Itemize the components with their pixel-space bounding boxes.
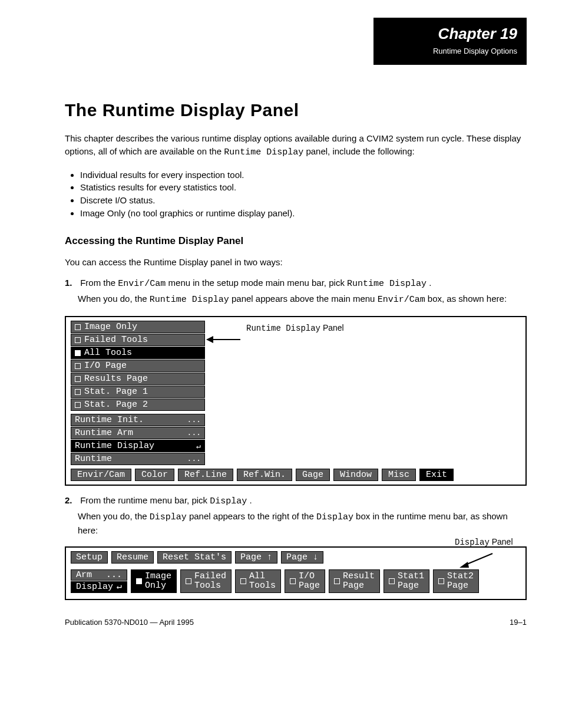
menu-item-io-page[interactable]: I/O Page (71, 360, 205, 372)
checkbox-icon (75, 324, 81, 330)
btn-resume[interactable]: Resume (111, 551, 154, 564)
opt-result-page[interactable]: ResultPage (329, 569, 380, 594)
btn-reset-stats[interactable]: Reset Stat's (157, 551, 232, 564)
checkbox-icon (290, 578, 296, 584)
opt-line2: Page (398, 581, 424, 591)
opt-image-only[interactable]: ImageOnly (131, 569, 177, 594)
menu-label: I/O Page (84, 361, 127, 371)
menu-label: Runtime Display (75, 441, 154, 451)
btn-arm[interactable]: Arm... (71, 569, 127, 581)
menu-label: Runtime Init. (75, 415, 144, 425)
menu-label: Stat. Page 2 (84, 400, 148, 410)
menu-ref-line[interactable]: Ref.Line (178, 469, 233, 481)
bullet-list: Individual results for every inspection … (71, 169, 527, 220)
chapter-number: Chapter (438, 25, 500, 42)
opt-line2: Page (447, 581, 474, 591)
opt-line2: Page (299, 581, 320, 591)
checkbox-icon (75, 363, 81, 369)
ellipsis-icon: ... (187, 454, 201, 463)
menu-gage[interactable]: Gage (296, 469, 330, 481)
screenshot-runtime-menu: Setup Resume Reset Stat's Page ↑ Page ↓ … (65, 546, 527, 601)
ellipsis-icon: ... (187, 429, 201, 437)
bullet-item: Image Only (no tool graphics or runtime … (80, 207, 527, 220)
svg-line-2 (464, 554, 492, 565)
opt-stat1-page[interactable]: Stat1Page (384, 569, 429, 594)
checkbox-icon (334, 578, 340, 584)
checkbox-icon (75, 376, 81, 382)
opt-line1: All (249, 572, 276, 581)
btn-display[interactable]: Display↵ (71, 581, 127, 593)
step-kbd: Display (150, 512, 187, 522)
btn-page-down[interactable]: Page ↓ (281, 551, 323, 564)
btn-setup[interactable]: Setup (71, 551, 108, 564)
menu-item-runtime-arm[interactable]: Runtime Arm... (71, 427, 205, 439)
menu-label: Stat. Page 1 (84, 387, 148, 397)
step-text: From the runtime menu bar, pick (80, 495, 210, 505)
opt-line2: Tools (194, 581, 226, 591)
menu-item-results-page[interactable]: Results Page (71, 373, 205, 385)
menu-item-stat-page-1[interactable]: Stat. Page 1 (71, 386, 205, 398)
menu-ref-win[interactable]: Ref.Win. (237, 469, 292, 481)
step-text: menu in the setup mode main menu bar, pi… (168, 278, 348, 288)
ellipsis-icon: ... (106, 571, 122, 580)
menu-item-runtime-init[interactable]: Runtime Init.... (71, 414, 205, 426)
runtime-display-panel: Arm... Display↵ ImageOnly FailedTools Al… (71, 569, 521, 594)
menu-window[interactable]: Window (333, 469, 378, 481)
step-kbd: Display (210, 496, 247, 506)
callout-kbd: Display (455, 538, 490, 547)
arrow-icon (206, 334, 242, 345)
menu-item-all-tools[interactable]: All Tools (71, 347, 205, 359)
menu-color[interactable]: Color (135, 469, 174, 481)
access-intro: You can access the Runtime Display panel… (65, 256, 527, 269)
menu-misc[interactable]: Misc (382, 469, 416, 481)
step-kbd: Runtime Display (347, 279, 427, 289)
opt-line1: I/O (299, 572, 320, 581)
menu-label: Image Only (84, 322, 137, 332)
opt-line1: Stat2 (447, 572, 474, 581)
opt-io-page[interactable]: I/OPage (285, 569, 325, 594)
menu-label: Runtime (75, 454, 112, 464)
chapter-title: Runtime Display Options (383, 47, 517, 55)
step-number: 1. (65, 278, 78, 288)
bullet-item: Individual results for every inspection … (80, 169, 527, 182)
opt-line2: Page (343, 581, 375, 591)
checkbox-icon (75, 337, 81, 343)
menu-envir-cam[interactable]: Envir/Cam (71, 469, 131, 481)
screenshot-setup-menu: Image Only Failed Tools All Tools I/O Pa… (65, 316, 527, 486)
svg-marker-1 (206, 336, 213, 343)
return-icon: ↵ (196, 442, 201, 451)
step-number: 2. (65, 495, 78, 505)
menu-exit[interactable]: Exit (419, 469, 454, 481)
menu-item-runtime-display[interactable]: Runtime Display↵ (71, 440, 205, 452)
step-1: 1. From the Envir/Cam menu in the setup … (65, 278, 527, 307)
opt-line1: Image (145, 572, 171, 581)
btn-page-up[interactable]: Page ↑ (235, 551, 277, 564)
step-text: panel appears above the main menu (232, 294, 378, 304)
checkbox-icon (136, 578, 142, 584)
menu-item-runtime[interactable]: Runtime... (71, 453, 205, 465)
step-text: panel appears to the right of the (189, 511, 316, 521)
opt-all-tools[interactable]: AllTools (235, 569, 281, 594)
menu-item-failed-tools[interactable]: Failed Tools (71, 334, 205, 346)
callout-label: Runtime Display Panel (246, 323, 344, 333)
opt-failed-tools[interactable]: FailedTools (180, 569, 232, 594)
footer-left: Publication 5370-ND010 — April 1995 (65, 618, 194, 627)
step-text: When you do, the (78, 294, 150, 304)
step-text: . (249, 495, 252, 505)
runtime-display-popup: Image Only Failed Tools All Tools I/O Pa… (71, 321, 205, 465)
step-indent: When you do, the Runtime Display panel a… (78, 292, 527, 307)
menu-label: Results Page (84, 374, 148, 384)
step-kbd: Envir/Cam (378, 295, 425, 305)
intro-kbd: Runtime Display (224, 147, 303, 157)
step-text: box, as shown here: (428, 294, 507, 304)
checkbox-icon (186, 578, 191, 584)
page-footer: Publication 5370-ND010 — April 1995 19–1 (65, 618, 527, 627)
callout-kbd: Runtime Display (246, 324, 320, 333)
ellipsis-icon: ... (187, 416, 201, 424)
opt-stat2-page[interactable]: Stat2Page (433, 569, 479, 594)
footer-right: 19–1 (510, 618, 527, 627)
step-indent: When you do, the Display panel appears t… (78, 510, 527, 537)
menu-item-stat-page-2[interactable]: Stat. Page 2 (71, 398, 205, 411)
step-kbd: Display (316, 512, 353, 522)
menu-item-image-only[interactable]: Image Only (71, 321, 205, 333)
